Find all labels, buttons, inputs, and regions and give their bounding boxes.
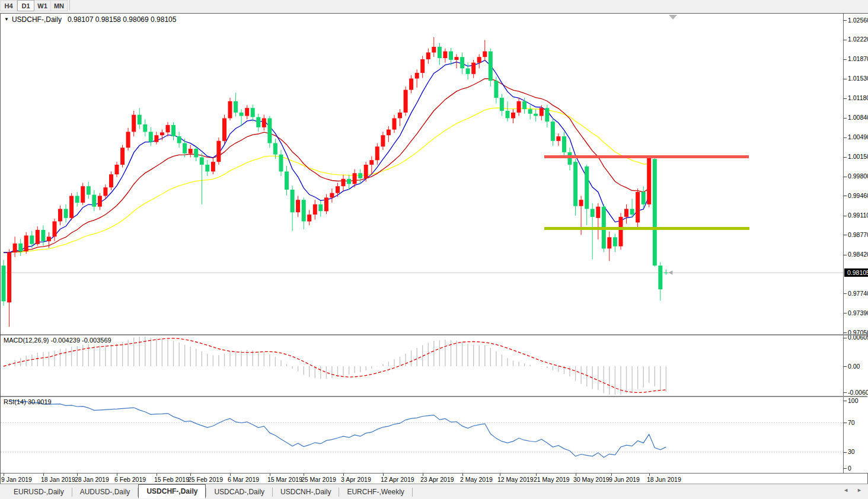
tab-scroll-right-button[interactable]: ► <box>857 487 862 493</box>
price-axis-label: 0.98770 <box>848 231 868 238</box>
axis-tick <box>844 177 847 177</box>
axis-tick <box>844 332 847 333</box>
price-axis-label: 1.01530 <box>848 75 868 82</box>
chart-shift-marker-icon[interactable] <box>669 15 677 20</box>
date-label: 9 Jun 2019 <box>609 476 640 483</box>
chart-tab-audusd-daily[interactable]: AUDUSD-,Daily <box>72 486 138 498</box>
macd-canvas[interactable] <box>1 335 843 396</box>
date-label: 18 Jan 2019 <box>41 476 75 483</box>
axis-tick <box>844 137 847 138</box>
axis-tick <box>844 79 847 79</box>
price-axis-label: 0.99110 <box>848 212 868 219</box>
axis-tick <box>844 157 847 158</box>
rsi-axis-label: 100 <box>848 397 859 404</box>
macd-pane[interactable]: MACD(12,26,9) -0.004239 -0.003569 <box>1 335 843 396</box>
price-axis-label: 1.00150 <box>848 153 868 160</box>
axis-tick <box>844 401 847 401</box>
price-axis-label: 1.00840 <box>848 114 868 121</box>
date-label: 18 Jun 2019 <box>647 476 681 483</box>
current-price-tag: 0.98105 <box>844 268 868 277</box>
price-axis-label: 1.02220 <box>848 36 868 43</box>
macd-axis-label: 0.00 <box>848 363 860 370</box>
axis-tick <box>844 59 847 60</box>
rsi-axis-label: 70 <box>848 419 855 426</box>
rsi-label: RSI(14) 30.9019 <box>4 398 52 405</box>
date-label: 3 Apr 2019 <box>341 476 371 483</box>
axis-tick <box>844 338 847 338</box>
date-label: 2 May 2019 <box>460 476 493 483</box>
pane-splitter[interactable] <box>1 334 867 335</box>
macd-label: MACD(12,26,9) -0.004239 -0.003569 <box>4 337 111 344</box>
price-axis-label: 1.01180 <box>848 94 868 101</box>
tab-scroll-nav: ◄ ► <box>843 487 862 493</box>
price-axis-label: 1.01870 <box>848 55 868 62</box>
timeframe-toolbar: H4D1W1MN <box>0 0 868 13</box>
chart-tab-bar: EURUSD-,DailyAUDUSD-,DailyUSDCHF-,DailyU… <box>0 484 868 499</box>
timeframe-button-w1[interactable]: W1 <box>34 0 51 11</box>
chart-tab-eurchf-weekly[interactable]: EURCHF-,Weekly <box>339 486 411 498</box>
price-axis-label: 1.00490 <box>848 133 868 140</box>
axis-tick <box>844 98 847 99</box>
price-axis-label: 0.97740 <box>848 290 868 297</box>
macd-axis-label: -0.006096 <box>848 389 868 396</box>
axis-tick <box>844 468 847 469</box>
date-label: 6 Feb 2019 <box>114 476 146 483</box>
main-chart-canvas[interactable] <box>1 14 843 334</box>
chart-symbol-label: USDCHF-,Daily <box>12 15 62 24</box>
axis-tick <box>844 255 847 255</box>
timeframe-button-d1[interactable]: D1 <box>17 0 34 11</box>
tab-scroll-left-button[interactable]: ◄ <box>843 487 848 493</box>
price-axis-label: 1.02560 <box>848 17 868 24</box>
axis-tick <box>844 20 847 21</box>
price-axis[interactable]: 1.025601.022201.018701.015301.011801.008… <box>843 14 868 473</box>
main-price-pane[interactable]: ▼USDCHF-,Daily0.98107 0.98158 0.98069 0.… <box>1 14 843 334</box>
app-root: { "toolbar": { "timeframes": [ {"label":… <box>0 0 868 499</box>
chart-tab-usdcad-daily[interactable]: USDCAD-,Daily <box>206 486 272 498</box>
axis-tick <box>844 196 847 196</box>
date-label: 12 Apr 2019 <box>381 476 414 483</box>
date-label: 25 Mar 2019 <box>301 476 336 483</box>
pane-splitter[interactable] <box>1 396 867 397</box>
axis-tick <box>844 40 847 40</box>
axis-tick <box>844 392 847 393</box>
axis-tick <box>844 313 847 314</box>
timeframe-buttons: H4D1W1MN <box>0 0 68 11</box>
chart-tabs: EURUSD-,DailyAUDUSD-,DailyUSDCHF-,DailyU… <box>6 484 413 499</box>
date-label: 15 Mar 2019 <box>267 476 302 483</box>
axis-tick <box>844 118 847 119</box>
rsi-axis-label: 0 <box>848 465 851 472</box>
chart-tab-usdchf-daily[interactable]: USDCHF-,Daily <box>138 484 206 498</box>
rsi-axis-label: 30 <box>848 448 855 455</box>
rsi-pane[interactable]: RSI(14) 30.9019 <box>1 397 843 473</box>
axis-tick <box>844 235 847 235</box>
axis-tick <box>844 293 847 294</box>
axis-tick <box>844 366 847 367</box>
toolbar-separator <box>69 0 70 10</box>
symbol-dropdown-icon[interactable]: ▼ <box>4 17 9 22</box>
date-label: 21 May 2019 <box>534 476 570 483</box>
chart-window: ▼USDCHF-,Daily0.98107 0.98158 0.98069 0.… <box>0 13 868 484</box>
date-label: 12 May 2019 <box>497 476 534 483</box>
chart-title: ▼USDCHF-,Daily0.98107 0.98158 0.98069 0.… <box>4 15 176 24</box>
chart-ohlc-values: 0.98107 0.98158 0.98069 0.98105 <box>68 15 177 24</box>
date-label: 6 Mar 2019 <box>228 476 259 483</box>
date-label: 28 Jan 2019 <box>75 476 109 483</box>
timeframe-button-h4[interactable]: H4 <box>0 0 17 11</box>
price-axis-label: 0.97390 <box>848 309 868 316</box>
chart-tab-usdcnh-daily[interactable]: USDCNH-,Daily <box>273 486 339 498</box>
date-label: 9 Jan 2019 <box>1 476 32 483</box>
tab-separator <box>412 488 413 497</box>
price-axis-label: 0.99800 <box>848 172 868 180</box>
date-axis[interactable]: 9 Jan 201918 Jan 201928 Jan 20196 Feb 20… <box>1 473 867 484</box>
axis-tick <box>844 423 847 423</box>
date-label: 25 Feb 2019 <box>188 476 223 483</box>
axis-tick <box>844 452 847 453</box>
chart-tab-eurusd-daily[interactable]: EURUSD-,Daily <box>6 486 72 498</box>
date-label: 30 May 2019 <box>573 476 609 483</box>
timeframe-button-mn[interactable]: MN <box>51 0 68 11</box>
axis-tick <box>844 216 847 216</box>
price-axis-label: 0.98420 <box>848 251 868 258</box>
rsi-canvas[interactable] <box>1 397 843 473</box>
date-label: 15 Feb 2019 <box>154 476 189 483</box>
date-label: 23 Apr 2019 <box>420 476 454 483</box>
